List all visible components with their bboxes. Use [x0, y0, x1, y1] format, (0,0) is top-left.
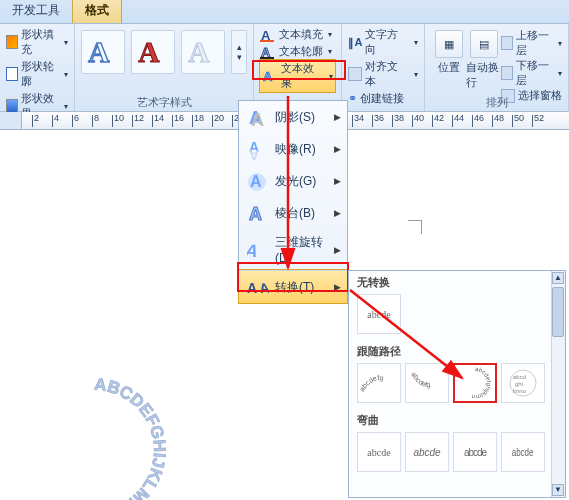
reflection-icon: AA: [247, 138, 269, 160]
chevron-down-icon: ▾: [64, 102, 68, 111]
bring-forward-button[interactable]: 上移一层▾: [501, 28, 562, 58]
scrollbar-thumb[interactable]: [552, 287, 564, 337]
menu-glow-label: 发光(G): [275, 173, 316, 190]
tab-developer[interactable]: 开发工具: [0, 0, 72, 23]
chevron-right-icon: ▶: [334, 282, 341, 292]
group-text-style: A 文本填充▾ A 文本轮廓▾ A 文本效果▾: [254, 24, 342, 111]
menu-glow[interactable]: A 发光(G)▶: [239, 165, 347, 197]
menu-transform[interactable]: AA 转换(T)▶: [239, 270, 347, 303]
svg-rect-4: [260, 40, 274, 42]
bevel-icon: A: [247, 202, 269, 224]
position-icon: ▦: [435, 30, 463, 58]
menu-shadow[interactable]: AA 阴影(S)▶: [239, 101, 347, 133]
text-outline-button[interactable]: A 文本轮廓▾: [260, 43, 335, 60]
svg-text:A: A: [261, 45, 271, 59]
wordart-style-3[interactable]: A: [181, 30, 225, 74]
text-align-button[interactable]: 对齐文本▾: [348, 58, 418, 90]
send-backward-button[interactable]: 下移一层▾: [501, 58, 562, 88]
chevron-down-icon: ▾: [414, 70, 418, 79]
glow-icon: A: [247, 170, 269, 192]
svg-text:A: A: [261, 28, 271, 42]
chevron-right-icon: ▶: [334, 245, 341, 255]
transform-icon: AA: [247, 276, 269, 298]
shape-fill-label: 形状填充: [21, 27, 59, 57]
preset-warp-4[interactable]: abcde: [501, 432, 545, 472]
wordart-style-1[interactable]: A: [81, 30, 125, 74]
position-label: 位置: [438, 60, 460, 75]
text-fill-button[interactable]: A 文本填充▾: [260, 26, 335, 43]
wordart-style-2[interactable]: A: [131, 30, 175, 74]
chevron-down-icon: ▾: [328, 47, 332, 56]
preset-warp-1[interactable]: abcde: [357, 432, 401, 472]
svg-text:abcd: abcd: [513, 374, 526, 380]
chevron-right-icon: ▶: [334, 176, 341, 186]
menu-reflection[interactable]: AA 映像(R)▶: [239, 133, 347, 165]
group-wordart-styles: A A A ▴▾ 艺术字样式: [75, 24, 254, 111]
chevron-down-icon: ▾: [328, 30, 332, 39]
preset-none[interactable]: abcde: [357, 294, 401, 334]
text-effects-menu: AA 阴影(S)▶ AA 映像(R)▶ A 发光(G)▶ A 棱台(B)▶ A …: [238, 100, 348, 304]
preset-arch-up[interactable]: abcdefg: [357, 363, 401, 403]
menu-shadow-label: 阴影(S): [275, 109, 315, 126]
ribbon: 形状填充▾ 形状轮廓▾ 形状效果▾ A A A ▴▾ 艺术字样式: [0, 24, 569, 112]
svg-text:A: A: [249, 147, 259, 160]
svg-text:A: A: [88, 37, 109, 69]
create-link-label: 创建链接: [360, 91, 404, 106]
preset-warp-2[interactable]: abcde: [405, 432, 449, 472]
preset-arch-down[interactable]: abcdefg: [405, 363, 449, 403]
shape-outline-label: 形状轮廓: [21, 59, 59, 89]
scroll-up-button[interactable]: ▲: [552, 272, 564, 284]
group-arrange: ▦ 位置 ▤ 自动换行 上移一层▾ 下移一层▾ 选择窗格 排列: [425, 24, 569, 111]
ribbon-tabs: 开发工具 格式: [0, 0, 569, 24]
svg-text:A: A: [251, 110, 264, 128]
section-warp: 弯曲: [349, 409, 565, 430]
send-backward-icon: [501, 66, 513, 80]
svg-text:A: A: [247, 240, 262, 260]
bring-forward-label: 上移一层: [516, 28, 553, 58]
transform-gallery: 无转换 abcde 跟随路径 abcdefg abcdefg abcdefghi…: [348, 270, 566, 498]
svg-text:abcdefg: abcdefg: [359, 374, 384, 392]
link-icon: ⚭: [348, 92, 357, 105]
menu-reflection-label: 映像(R): [275, 141, 316, 158]
scroll-down-button[interactable]: ▼: [552, 484, 564, 496]
svg-text:A: A: [188, 37, 209, 69]
text-effects-label: 文本效果: [281, 61, 325, 91]
text-direction-button[interactable]: ‖A 文字方向▾: [348, 26, 418, 58]
wrap-label: 自动换行: [466, 60, 501, 90]
text-outline-label: 文本轮廓: [279, 44, 323, 59]
letter-a-outline-icon: A: [260, 45, 276, 59]
effects-icon: [6, 99, 18, 113]
tab-format[interactable]: 格式: [72, 0, 122, 23]
direction-icon: ‖A: [348, 36, 362, 49]
chevron-down-icon: ▾: [329, 72, 333, 81]
svg-text:abcdefghijklmn: abcdefghijklmn: [471, 366, 492, 400]
wordart-gallery-more[interactable]: ▴▾: [231, 30, 247, 74]
preset-warp-3[interactable]: abcde: [453, 432, 497, 472]
svg-text:A: A: [138, 37, 159, 69]
create-link-button[interactable]: ⚭ 创建链接: [348, 90, 418, 107]
send-backward-label: 下移一层: [516, 58, 553, 88]
section-follow-path: 跟随路径: [349, 340, 565, 361]
menu-transform-label: 转换(T): [275, 279, 314, 296]
ruler-header: [0, 112, 22, 129]
chevron-right-icon: ▶: [334, 112, 341, 122]
chevron-down-icon: ▾: [414, 38, 418, 47]
menu-3d-rotation-label: 三维旋转(D): [275, 234, 339, 265]
text-effects-button[interactable]: A 文本效果▾: [260, 60, 335, 92]
preset-circle[interactable]: abcdefghijklmn: [453, 363, 497, 403]
svg-text:A: A: [249, 204, 262, 224]
text-align-label: 对齐文本: [365, 59, 409, 89]
wrap-icon: ▤: [470, 30, 498, 58]
preset-button[interactable]: abcdghilmno: [501, 363, 545, 403]
wordart-circle-sample[interactable]: ABCDEFGHIJKLMNOPQ: [14, 370, 174, 500]
rotation-icon: A: [247, 239, 269, 261]
shape-outline-button[interactable]: 形状轮廓▾: [6, 58, 68, 90]
text-direction-label: 文字方向: [365, 27, 409, 57]
menu-bevel[interactable]: A 棱台(B)▶: [239, 197, 347, 229]
chevron-down-icon: ▾: [64, 38, 68, 47]
menu-3d-rotation[interactable]: A 三维旋转(D)▶: [239, 229, 347, 270]
gallery-scrollbar[interactable]: ▲ ▼: [551, 271, 565, 497]
letter-a-fill-icon: A: [260, 28, 276, 42]
shape-fill-button[interactable]: 形状填充▾: [6, 26, 68, 58]
section-none: 无转换: [349, 271, 565, 292]
